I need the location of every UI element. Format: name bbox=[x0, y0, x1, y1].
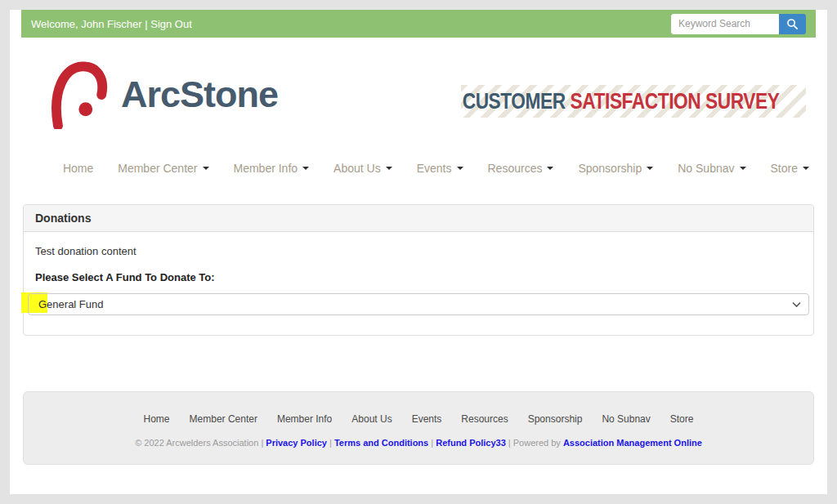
separator: | bbox=[431, 438, 433, 448]
survey-banner: CUSTOMER SATISFACTION SURVEY bbox=[461, 85, 806, 118]
separator: | bbox=[261, 438, 263, 448]
banner-customer-text: CUSTOMER bbox=[463, 89, 566, 114]
footer-link-sponsorship[interactable]: Sponsorship bbox=[528, 413, 583, 425]
nav-item-label: Resources bbox=[488, 162, 543, 175]
nav-item-events[interactable]: Events bbox=[417, 162, 463, 175]
nav-item-home[interactable]: Home bbox=[63, 162, 93, 175]
nav-item-label: About Us bbox=[333, 162, 381, 175]
survey-banner-text: CUSTOMER SATISFACTION SURVEY bbox=[461, 89, 779, 114]
welcome-message: Welcome, John Fischer | Sign Out bbox=[31, 18, 192, 30]
search-button[interactable] bbox=[779, 14, 806, 34]
arcstone-arc-icon bbox=[49, 60, 111, 129]
footer-link-home[interactable]: Home bbox=[144, 413, 170, 425]
sign-out-link[interactable]: Sign Out bbox=[150, 18, 192, 30]
footer-link-no-subnav[interactable]: No Subnav bbox=[602, 413, 650, 425]
chevron-down-icon bbox=[457, 167, 463, 170]
footer: Home Member Center Member Info About Us … bbox=[23, 391, 814, 465]
footer-link-events[interactable]: Events bbox=[412, 413, 442, 425]
page: Welcome, John Fischer | Sign Out bbox=[10, 10, 827, 494]
panel-title: Donations bbox=[24, 205, 813, 232]
terms-and-conditions-link[interactable]: Terms and Conditions bbox=[334, 438, 428, 448]
refund-policy-link[interactable]: Refund Policy33 bbox=[436, 438, 506, 448]
footer-link-resources[interactable]: Resources bbox=[461, 413, 508, 425]
donation-intro-text: Test donation content bbox=[35, 245, 802, 257]
logo[interactable]: ArcStone bbox=[49, 60, 278, 129]
fund-select-wrap: General Fund bbox=[28, 293, 809, 315]
nav-item-no-subnav[interactable]: No Subnav bbox=[678, 162, 745, 175]
panel-body: Test donation content Please Select A Fu… bbox=[24, 232, 813, 335]
footer-link-member-info[interactable]: Member Info bbox=[277, 413, 332, 425]
nav-item-store[interactable]: Store bbox=[771, 162, 809, 175]
separator: | bbox=[508, 438, 511, 448]
nav-item-label: Store bbox=[771, 162, 798, 175]
chevron-down-icon bbox=[203, 167, 209, 170]
fund-select[interactable]: General Fund bbox=[28, 293, 809, 315]
search-group bbox=[671, 14, 806, 34]
footer-nav: Home Member Center Member Info About Us … bbox=[32, 413, 805, 425]
nav-item-label: Home bbox=[63, 162, 93, 175]
top-bar: Welcome, John Fischer | Sign Out bbox=[21, 10, 816, 38]
nav-item-label: Member Center bbox=[118, 162, 197, 175]
nav-item-label: Events bbox=[417, 162, 452, 175]
nav-item-member-center[interactable]: Member Center bbox=[118, 162, 208, 175]
search-icon bbox=[786, 18, 799, 30]
footer-link-about-us[interactable]: About Us bbox=[351, 413, 392, 425]
chevron-down-icon bbox=[386, 167, 392, 170]
chevron-down-icon bbox=[547, 167, 553, 170]
header: ArcStone CUSTOMER SATISFACTION SURVEY bbox=[49, 60, 806, 129]
welcome-text: Welcome, John Fischer bbox=[31, 18, 142, 30]
welcome-separator: | bbox=[145, 18, 147, 30]
chevron-down-icon bbox=[647, 167, 653, 170]
copyright-text: © 2022 Arcwelders Association bbox=[135, 438, 258, 448]
nav-item-label: Member Info bbox=[234, 162, 298, 175]
fund-select-label: Please Select A Fund To Donate To: bbox=[35, 271, 802, 283]
donations-panel: Donations Test donation content Please S… bbox=[23, 204, 814, 336]
nav-item-label: Sponsorship bbox=[578, 162, 642, 175]
nav-item-label: No Subnav bbox=[678, 162, 734, 175]
chevron-down-icon bbox=[803, 167, 809, 170]
copyright-line: © 2022 Arcwelders Association | Privacy … bbox=[32, 438, 805, 448]
footer-link-member-center[interactable]: Member Center bbox=[190, 413, 257, 425]
nav-item-sponsorship[interactable]: Sponsorship bbox=[578, 162, 653, 175]
association-management-online-link[interactable]: Association Management Online bbox=[563, 438, 702, 448]
powered-by-text: Powered by bbox=[513, 438, 561, 448]
separator: | bbox=[329, 438, 332, 448]
nav-item-about-us[interactable]: About Us bbox=[333, 162, 392, 175]
search-input[interactable] bbox=[671, 14, 779, 34]
nav-item-resources[interactable]: Resources bbox=[488, 162, 554, 175]
footer-link-store[interactable]: Store bbox=[670, 413, 694, 425]
chevron-down-icon bbox=[740, 167, 746, 170]
privacy-policy-link[interactable]: Privacy Policy bbox=[266, 438, 327, 448]
banner-satisfaction-text: SATISFACTION SURVEY bbox=[571, 89, 780, 114]
main-nav: Home Member Center Member Info About Us … bbox=[10, 162, 809, 175]
chevron-down-icon bbox=[302, 167, 309, 170]
nav-item-member-info[interactable]: Member Info bbox=[234, 162, 310, 175]
logo-text: ArcStone bbox=[121, 74, 278, 116]
